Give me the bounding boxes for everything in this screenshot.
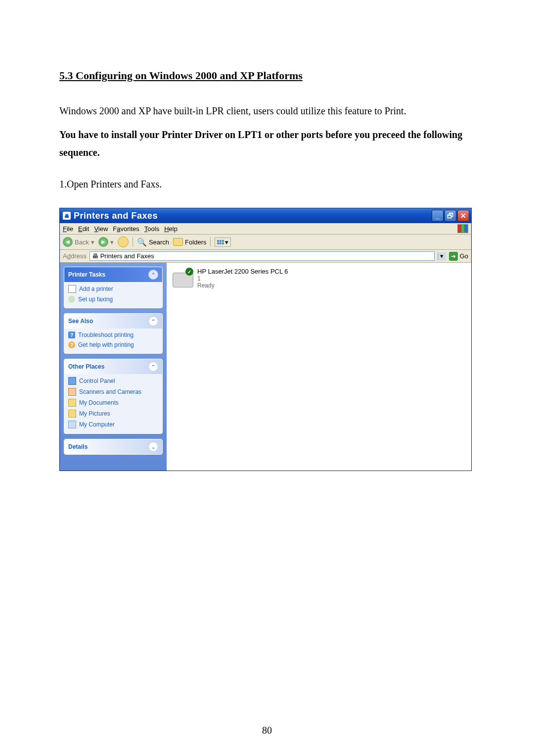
warning-paragraph: You have to install your Printer Driver … bbox=[59, 126, 475, 161]
computer-icon bbox=[68, 421, 76, 428]
add-printer-link[interactable]: Add a printer bbox=[68, 285, 158, 293]
scanners-link[interactable]: Scanners and Cameras bbox=[68, 388, 158, 396]
address-dropdown-icon[interactable]: ▾ bbox=[438, 252, 446, 260]
views-button[interactable]: ▾ bbox=[215, 237, 231, 247]
task-sidebar: Printer Tasks ⌃ Add a printer Set up fax… bbox=[60, 263, 167, 471]
printer-list-item[interactable]: ✓ HP LaserJet 2200 Series PCL 6 1 Ready bbox=[172, 268, 466, 289]
control-panel-icon bbox=[68, 377, 76, 385]
forward-icon: ► bbox=[98, 237, 108, 247]
troubleshoot-link[interactable]: ? Troubleshoot printing bbox=[68, 331, 158, 338]
menu-view[interactable]: View bbox=[94, 225, 108, 233]
go-button[interactable]: ➔ Go bbox=[449, 252, 468, 261]
intro-paragraph: Windows 2000 and XP have built-in LPR cl… bbox=[59, 102, 475, 120]
menu-bar: File Edit View Favorites Tools Help bbox=[60, 223, 471, 235]
search-label: Search bbox=[149, 238, 169, 246]
troubleshoot-label: Troubleshoot printing bbox=[78, 331, 134, 338]
other-places-panel: Other Places ⌃ Control Panel Scanners an… bbox=[64, 359, 163, 434]
content-area: ✓ HP LaserJet 2200 Series PCL 6 1 Ready bbox=[167, 263, 471, 471]
get-help-link[interactable]: ? Get help with printing bbox=[68, 341, 158, 348]
menu-edit[interactable]: Edit bbox=[78, 225, 89, 233]
go-label: Go bbox=[460, 252, 468, 260]
toolbar: ◄ Back ▾ ► ▾ 🔍 Search Folders bbox=[60, 235, 471, 250]
screenshot-window: 🖶 Printers and Faxes _ 🗗 ✕ File Edit Vie… bbox=[59, 208, 472, 471]
address-field[interactable]: 🖶 Printers and Faxes bbox=[89, 251, 435, 261]
printer-tasks-title: Printer Tasks bbox=[68, 271, 105, 278]
details-panel: Details ⌄ bbox=[64, 439, 163, 455]
menu-favorites[interactable]: Favorites bbox=[113, 225, 139, 233]
window-icon: 🖶 bbox=[63, 212, 71, 220]
back-dropdown-icon: ▾ bbox=[91, 238, 94, 246]
see-also-panel: See Also ⌃ ? Troubleshoot printing ? Get… bbox=[64, 313, 163, 354]
pictures-icon bbox=[68, 410, 76, 418]
my-documents-label: My Documents bbox=[79, 399, 119, 406]
back-icon: ◄ bbox=[63, 237, 73, 247]
printer-device-icon: ✓ bbox=[172, 268, 193, 287]
address-icon: 🖶 bbox=[92, 252, 98, 260]
my-pictures-label: My Pictures bbox=[79, 410, 110, 417]
my-computer-link[interactable]: My Computer bbox=[68, 421, 158, 428]
printer-status: Ready bbox=[197, 282, 288, 289]
section-heading: 5.3 Configuring on Windows 2000 and XP P… bbox=[59, 69, 475, 82]
control-panel-label: Control Panel bbox=[79, 378, 115, 384]
other-places-header[interactable]: Other Places ⌃ bbox=[64, 359, 162, 374]
up-button[interactable] bbox=[118, 236, 129, 247]
setup-faxing-label: Set up faxing bbox=[78, 296, 113, 303]
menu-help[interactable]: Help bbox=[164, 225, 178, 233]
chevron-down-icon: ⌄ bbox=[148, 442, 158, 452]
see-also-title: See Also bbox=[68, 318, 93, 325]
toolbar-separator-2 bbox=[210, 237, 211, 247]
minimize-button[interactable]: _ bbox=[432, 210, 444, 222]
printer-tasks-panel: Printer Tasks ⌃ Add a printer Set up fax… bbox=[64, 267, 163, 308]
control-panel-link[interactable]: Control Panel bbox=[68, 377, 158, 385]
add-printer-label: Add a printer bbox=[79, 285, 113, 292]
printer-icon bbox=[68, 285, 76, 293]
printer-tasks-header[interactable]: Printer Tasks ⌃ bbox=[64, 267, 162, 282]
scanner-icon bbox=[68, 388, 76, 396]
up-icon bbox=[118, 236, 129, 247]
back-label: Back bbox=[75, 238, 89, 246]
documents-icon bbox=[68, 399, 76, 407]
go-icon: ➔ bbox=[449, 252, 458, 261]
close-button[interactable]: ✕ bbox=[457, 210, 469, 222]
other-places-title: Other Places bbox=[68, 363, 104, 370]
folders-button[interactable]: Folders bbox=[173, 238, 206, 246]
forward-dropdown-icon: ▾ bbox=[110, 238, 114, 246]
forward-button[interactable]: ► ▾ bbox=[98, 237, 114, 247]
details-title: Details bbox=[68, 443, 88, 450]
help-icon: ? bbox=[68, 331, 75, 338]
get-help-label: Get help with printing bbox=[78, 341, 134, 348]
my-documents-link[interactable]: My Documents bbox=[68, 399, 158, 407]
see-also-header[interactable]: See Also ⌃ bbox=[64, 314, 162, 329]
search-icon: 🔍 bbox=[137, 237, 147, 247]
my-computer-label: My Computer bbox=[79, 421, 115, 428]
search-button[interactable]: 🔍 Search bbox=[137, 237, 169, 247]
chevron-up-icon: ⌃ bbox=[148, 316, 158, 326]
restore-button[interactable]: 🗗 bbox=[445, 210, 456, 222]
views-icon bbox=[217, 240, 224, 244]
help-question-icon: ? bbox=[68, 341, 75, 348]
address-bar: Address 🖶 Printers and Faxes ▾ ➔ Go bbox=[60, 250, 471, 263]
scanners-label: Scanners and Cameras bbox=[79, 388, 141, 395]
printer-name: HP LaserJet 2200 Series PCL 6 bbox=[197, 268, 288, 275]
menu-tools[interactable]: Tools bbox=[144, 225, 159, 233]
folders-icon bbox=[173, 238, 183, 246]
toolbar-separator bbox=[133, 237, 133, 247]
chevron-up-icon: ⌃ bbox=[148, 270, 158, 280]
fax-icon bbox=[68, 296, 75, 303]
back-button[interactable]: ◄ Back ▾ bbox=[63, 237, 94, 247]
views-dropdown-icon: ▾ bbox=[225, 238, 228, 246]
my-pictures-link[interactable]: My Pictures bbox=[68, 410, 158, 418]
windows-flag-icon bbox=[457, 224, 468, 233]
title-bar: 🖶 Printers and Faxes _ 🗗 ✕ bbox=[60, 208, 471, 223]
default-check-icon: ✓ bbox=[185, 268, 193, 276]
printer-jobs: 1 bbox=[197, 275, 288, 282]
folders-label: Folders bbox=[185, 238, 206, 246]
window-title: Printers and Faxes bbox=[74, 211, 432, 221]
address-label: Address bbox=[63, 252, 87, 260]
details-header[interactable]: Details ⌄ bbox=[64, 439, 162, 454]
menu-file[interactable]: File bbox=[63, 225, 73, 233]
address-value: Printers and Faxes bbox=[100, 252, 432, 260]
chevron-up-icon: ⌃ bbox=[148, 362, 158, 372]
step-1: 1.Open Printers and Faxs. bbox=[59, 175, 475, 193]
setup-faxing-link[interactable]: Set up faxing bbox=[68, 296, 158, 303]
